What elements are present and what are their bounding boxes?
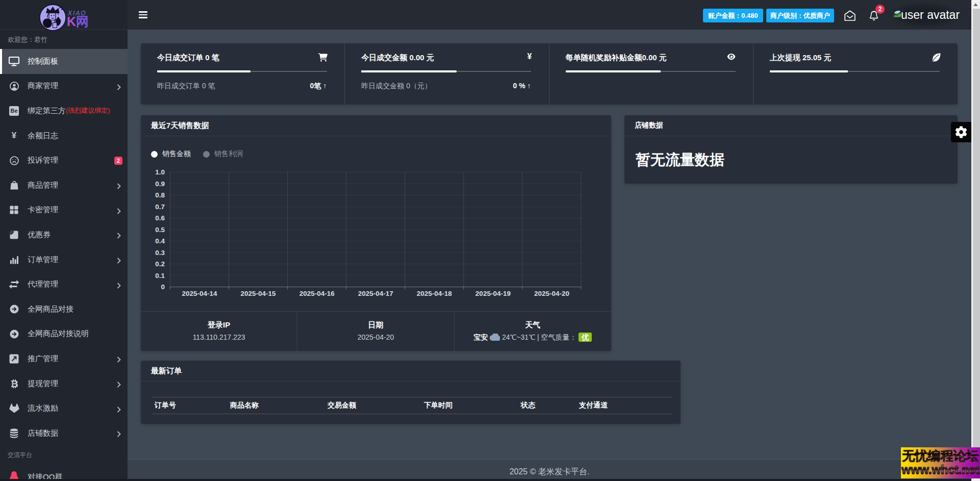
svg-text:0.7: 0.7 [155,203,165,211]
svg-text:2025-04-18: 2025-04-18 [417,290,453,297]
svg-text:2025-04-17: 2025-04-17 [358,290,393,297]
svg-text:0.4: 0.4 [155,237,165,245]
svg-text:2025-04-16: 2025-04-16 [299,290,335,297]
svg-text:0.5: 0.5 [155,226,165,234]
svg-text:0: 0 [161,283,165,291]
svg-text:1.0: 1.0 [155,168,165,176]
svg-text:2025-04-19: 2025-04-19 [475,290,511,297]
svg-text:2025-04-20: 2025-04-20 [534,290,569,297]
svg-text:0.3: 0.3 [155,249,165,257]
svg-text:0.9: 0.9 [155,180,165,188]
svg-text:0.6: 0.6 [155,214,165,222]
svg-text:2025-04-15: 2025-04-15 [241,290,277,297]
svg-text:0.2: 0.2 [155,260,165,268]
svg-text:2025-04-14: 2025-04-14 [182,290,217,297]
svg-text:0.1: 0.1 [155,272,165,280]
svg-text:0.8: 0.8 [155,191,165,199]
